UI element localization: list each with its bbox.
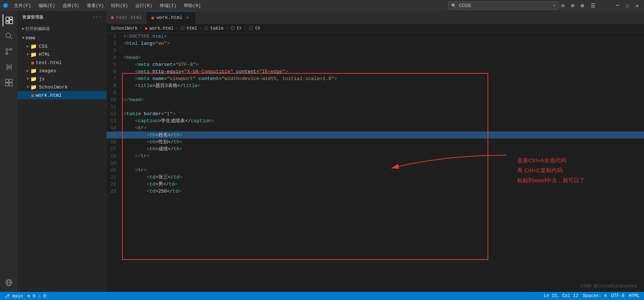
- line-content[interactable]: <title>题目3表格</title>: [122, 82, 644, 89]
- line-content[interactable]: <th>性别</th>: [122, 139, 644, 146]
- maximize-btn[interactable]: ☐: [624, 2, 631, 10]
- command-palette[interactable]: 🔍 ▾: [448, 1, 559, 10]
- open-editors-chevron-icon: ▶: [22, 27, 24, 31]
- menu-bar: 文件(F) 编辑(E) 选择(S) 查看(V) 转到(G) 运行(R) 终端(I…: [11, 2, 448, 10]
- line-content[interactable]: <caption>学生成绩表</caption>: [122, 117, 644, 124]
- status-language[interactable]: HTML: [629, 293, 640, 299]
- tab-test-html[interactable]: ◼ test.html: [107, 11, 147, 24]
- open-editors-toggle[interactable]: ▶ 打开的编辑器: [18, 24, 107, 33]
- explorer-title: 资源管理器: [22, 14, 44, 20]
- svg-marker-9: [7, 64, 11, 70]
- sidebar-item-css-folder[interactable]: ▶ 📁 CSS: [18, 42, 107, 50]
- breadcrumb-th-icon: ⬡: [249, 26, 253, 31]
- menu-goto[interactable]: 转到(G): [108, 2, 131, 10]
- line-content[interactable]: <head>: [122, 54, 644, 61]
- line-content[interactable]: <meta charset="UTF-8">: [122, 61, 644, 68]
- breadcrumb-table-label[interactable]: table: [210, 26, 223, 31]
- sidebar-item-images-folder[interactable]: ▶ 📁 images: [18, 67, 107, 75]
- line-content[interactable]: <meta name="viewport" content="width=dev…: [122, 75, 644, 82]
- line-content[interactable]: <table border="1">: [122, 110, 644, 117]
- line-content[interactable]: <td>250</td>: [122, 188, 644, 195]
- line-content[interactable]: <html lang="en">: [122, 40, 644, 47]
- html-folder-icon: 📁: [30, 51, 37, 58]
- line-number: 18: [107, 153, 122, 160]
- sidebar-item-html-folder[interactable]: ▼ 📁 HTML: [18, 50, 107, 59]
- close-btn[interactable]: ✕: [634, 2, 641, 10]
- sidebar-item-work-html[interactable]: ◼ work.html: [18, 91, 107, 99]
- status-bar: ⎇ main ⊗ 0 ⚠ 0 Ln 15, Col 12 Spaces: 4 U…: [0, 292, 644, 300]
- work-html-tab-close-icon[interactable]: ✕: [185, 15, 190, 21]
- search-icon: 🔍: [451, 3, 456, 8]
- code-line-3: 3: [107, 47, 644, 54]
- breadcrumb-work-html-label[interactable]: work.html: [149, 26, 173, 31]
- menu-help[interactable]: 帮助(H): [181, 2, 204, 10]
- menu-terminal[interactable]: 终端(I): [157, 2, 180, 10]
- explorer-root-toggle[interactable]: ▼ CODE: [18, 34, 107, 42]
- menu-view[interactable]: 查看(V): [84, 2, 107, 10]
- breadcrumb-tr-label[interactable]: tr: [237, 26, 242, 31]
- breadcrumb-work-html[interactable]: ◼: [145, 26, 147, 31]
- minimize-btn[interactable]: ─: [614, 1, 622, 10]
- vscode-logo-icon: ⬢: [3, 2, 8, 9]
- layout-icon-3[interactable]: ⊠: [579, 2, 586, 10]
- remote-activity-icon[interactable]: [3, 276, 15, 289]
- line-content[interactable]: </head>: [122, 96, 644, 103]
- tab-work-html[interactable]: ◼ work.html ✕: [147, 11, 195, 24]
- line-content[interactable]: <!DOCTYPE html>: [122, 33, 644, 40]
- status-branch[interactable]: ⎇ main: [4, 293, 23, 299]
- code-line-15: 15 <th>姓名</th>: [107, 131, 644, 139]
- extensions-activity-icon[interactable]: [3, 76, 15, 89]
- status-errors[interactable]: ⊗ 0 ⚠ 0: [27, 293, 46, 299]
- menu-edit[interactable]: 编辑(E): [36, 2, 58, 10]
- line-content[interactable]: <th>成绩</th>: [122, 146, 644, 153]
- line-number: 11: [107, 103, 122, 110]
- dropdown-icon: ▾: [553, 3, 556, 9]
- command-input[interactable]: [459, 3, 540, 8]
- test-html-icon: ◼: [31, 60, 34, 66]
- annotation-text: 直接Ctrl+A全选代码 再 Ctrl+C复制代码 粘贴到word中去，就可以了: [517, 155, 585, 185]
- sidebar-item-schoolwork-folder[interactable]: ▼ 📁 SchoolWork: [18, 83, 107, 91]
- work-html-icon: ◼: [31, 92, 34, 99]
- sidebar-item-js-folder[interactable]: ▼ 📁 js: [18, 75, 107, 83]
- sidebar-item-test-html[interactable]: ◼ test.html: [18, 59, 107, 67]
- menu-file[interactable]: 文件(F): [11, 2, 34, 10]
- search-activity-icon[interactable]: [3, 30, 15, 42]
- menu-select[interactable]: 选择(S): [60, 2, 82, 10]
- breadcrumb-schoolwork[interactable]: SchoolWork: [111, 26, 138, 31]
- layout-icon-1[interactable]: ⊟: [559, 2, 566, 10]
- layout-icon-2[interactable]: ⊞: [569, 2, 576, 10]
- source-control-activity-icon[interactable]: [3, 45, 15, 58]
- code-line-10: 10</head>: [107, 96, 644, 103]
- breadcrumb-html-label[interactable]: html: [186, 26, 197, 31]
- code-area[interactable]: 1<!DOCTYPE html>2<html lang="en">3 4<hea…: [107, 33, 644, 292]
- breadcrumb: SchoolWork › ◼ work.html › ⬡ html › ⬡ ta…: [107, 24, 644, 33]
- code-line-4: 4<head>: [107, 54, 644, 61]
- menu-run[interactable]: 运行(R): [132, 2, 155, 10]
- line-content[interactable]: [122, 89, 644, 96]
- test-html-tab-label: test.html: [116, 15, 142, 20]
- line-content[interactable]: <tr>: [122, 124, 644, 131]
- status-encoding[interactable]: UTF-8: [611, 293, 624, 299]
- run-activity-icon[interactable]: [3, 61, 15, 73]
- line-number: 8: [107, 82, 122, 89]
- status-cursor[interactable]: Ln 15, Col 12: [544, 293, 579, 299]
- breadcrumb-sep-2: ›: [176, 26, 178, 31]
- line-number: 2: [107, 40, 122, 47]
- sidebar: 资源管理器 ··· ▶ 打开的编辑器 ▼ CODE ▶ 📁 CSS ▼ 📁 HT…: [18, 11, 107, 292]
- line-content[interactable]: [122, 103, 644, 110]
- html-folder-chevron-icon: ▼: [27, 53, 29, 57]
- status-spaces[interactable]: Spaces: 4: [583, 293, 607, 299]
- line-number: 23: [107, 188, 122, 195]
- explorer-activity-icon[interactable]: [3, 14, 15, 27]
- line-content[interactable]: [122, 47, 644, 54]
- layout-icon-4[interactable]: ☰: [589, 2, 598, 10]
- images-folder-icon: 📁: [30, 68, 37, 74]
- line-number: 19: [107, 160, 122, 167]
- explorer-more-button[interactable]: ···: [92, 14, 102, 20]
- editor-content[interactable]: 1<!DOCTYPE html>2<html lang="en">3 4<hea…: [107, 33, 644, 292]
- line-content[interactable]: <meta http-equiv="X-UA-Compatible" conte…: [122, 68, 644, 75]
- breadcrumb-table-icon: ⬡: [204, 26, 208, 31]
- breadcrumb-th-label[interactable]: th: [255, 26, 260, 31]
- line-content[interactable]: <th>姓名</th>: [122, 131, 644, 139]
- explorer-chevron-icon: ▼: [22, 36, 24, 40]
